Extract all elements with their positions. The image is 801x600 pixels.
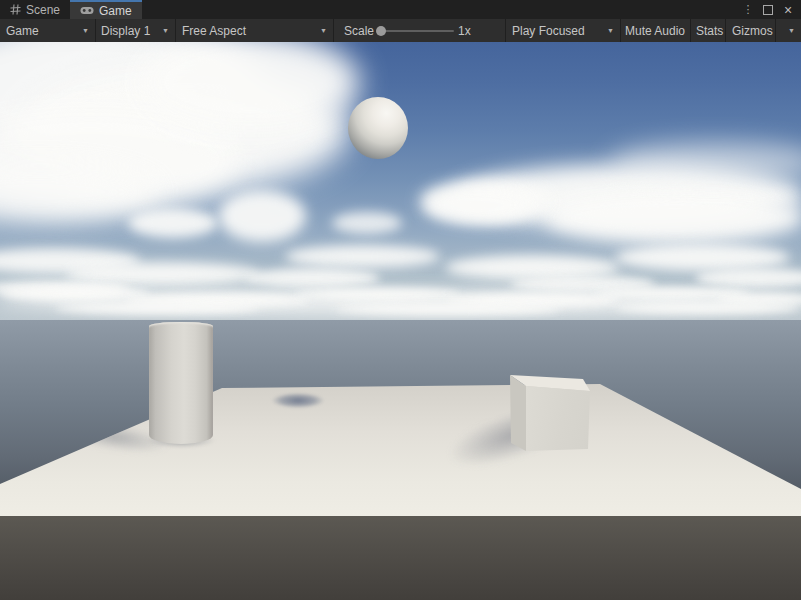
sphere-shadow [272, 393, 324, 408]
cloud [615, 302, 800, 314]
maximize-button[interactable] [760, 2, 776, 18]
close-button[interactable]: × [780, 2, 796, 18]
scale-slider[interactable] [378, 26, 454, 36]
display-dropdown-label: Display 1 [101, 24, 150, 38]
game-view-toolbar: Game ▼ Display 1 ▼ Free Aspect ▼ Scale 1… [0, 19, 801, 42]
grid-icon [10, 4, 21, 15]
game-view-menu-dropdown[interactable]: Game ▼ [0, 19, 96, 42]
gizmos-label: Gizmos [732, 24, 773, 38]
cloud [615, 244, 790, 271]
chevron-down-icon: ▼ [601, 27, 614, 34]
tab-game-label: Game [99, 4, 132, 18]
cloud [545, 192, 801, 244]
cloud [55, 302, 260, 314]
chevron-down-icon[interactable]: ▼ [782, 27, 795, 34]
unity-game-view-window: Scene Game ⋮ × Game ▼ Display 1 [0, 0, 801, 600]
maximize-icon [763, 5, 773, 15]
cloud [332, 212, 402, 234]
tab-scene-label: Scene [26, 3, 60, 17]
tabbar-spacer [142, 0, 740, 19]
window-menu-button[interactable]: ⋮ [740, 2, 756, 18]
aspect-ratio-dropdown[interactable]: Free Aspect ▼ [176, 19, 334, 42]
mute-audio-label: Mute Audio [625, 24, 685, 38]
cloud [295, 288, 460, 301]
scale-slider-knob[interactable] [376, 26, 386, 36]
scale-label: Scale [344, 24, 374, 38]
tab-scene[interactable]: Scene [0, 0, 70, 19]
gizmos-button[interactable]: Gizmos ▼ [726, 19, 801, 42]
stats-button[interactable]: Stats [691, 19, 726, 42]
sphere [348, 97, 408, 159]
scale-value: 1x [458, 24, 471, 38]
cloud [335, 303, 560, 315]
cube [505, 372, 600, 457]
gamepad-icon [80, 6, 94, 15]
cloud [218, 190, 306, 242]
play-focused-label: Play Focused [512, 24, 585, 38]
game-view-menu-label: Game [6, 24, 39, 38]
cloud [245, 268, 380, 288]
cloud [128, 208, 218, 238]
scale-section: Scale 1x [334, 19, 506, 42]
mute-audio-button[interactable]: Mute Audio [621, 19, 691, 42]
scale-slider-track [378, 30, 454, 32]
window-controls: ⋮ × [740, 0, 801, 19]
kebab-icon: ⋮ [743, 4, 754, 15]
gizmos-divider [775, 19, 776, 42]
chevron-down-icon: ▼ [156, 27, 169, 34]
stats-label: Stats [696, 24, 723, 38]
cloud [425, 187, 530, 223]
chevron-down-icon: ▼ [76, 27, 89, 34]
tab-bar: Scene Game ⋮ × [0, 0, 801, 19]
display-dropdown[interactable]: Display 1 ▼ [96, 19, 176, 42]
play-focused-dropdown[interactable]: Play Focused ▼ [506, 19, 621, 42]
close-icon: × [784, 3, 792, 17]
game-viewport[interactable] [0, 42, 801, 600]
cloud [285, 245, 440, 268]
cylinder [149, 322, 213, 444]
below-platform-ground [0, 515, 801, 600]
cloud [695, 268, 801, 288]
chevron-down-icon: ▼ [314, 27, 327, 34]
tab-game[interactable]: Game [70, 0, 142, 19]
sky [0, 42, 801, 320]
aspect-ratio-label: Free Aspect [182, 24, 246, 38]
